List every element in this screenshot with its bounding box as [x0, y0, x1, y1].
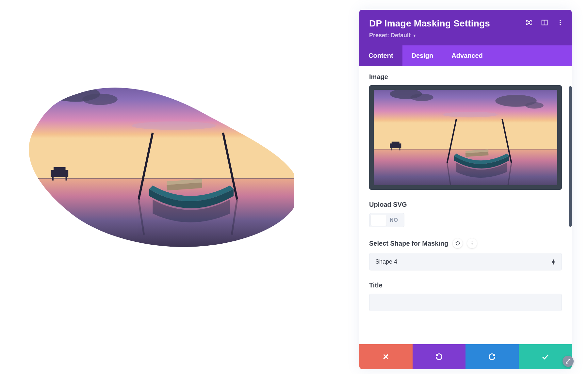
undo-button[interactable]: [413, 344, 466, 369]
masked-image-preview: [26, 49, 294, 278]
shape-select-value: Shape 4: [375, 258, 397, 265]
svg-point-26: [472, 244, 473, 245]
panel-tabs: Content Design Advanced: [359, 45, 572, 66]
select-shape-label: Select Shape for Masking: [369, 240, 448, 247]
layout-icon[interactable]: [541, 19, 548, 26]
svg-point-22: [560, 22, 561, 23]
svg-point-24: [472, 241, 473, 242]
tab-advanced[interactable]: Advanced: [442, 45, 492, 66]
image-upload-preview[interactable]: [369, 85, 562, 190]
expand-icon[interactable]: [525, 19, 532, 26]
scrollbar-thumb[interactable]: [569, 86, 572, 227]
svg-point-21: [560, 20, 561, 21]
resize-handle[interactable]: [563, 356, 574, 367]
svg-rect-18: [528, 22, 530, 24]
redo-button[interactable]: [466, 344, 519, 369]
svg-point-25: [472, 243, 473, 244]
svg-line-29: [566, 359, 570, 363]
shape-select[interactable]: Shape 4 ▲▼: [369, 253, 562, 270]
toggle-knob: [371, 215, 386, 226]
title-input[interactable]: [369, 294, 562, 311]
image-field-label: Image: [369, 73, 562, 81]
cancel-button[interactable]: [359, 344, 413, 369]
caret-down-icon: ▼: [413, 33, 416, 38]
svg-point-23: [560, 24, 561, 25]
settings-panel: DP Image Masking Settings Preset: Defaul…: [359, 10, 572, 369]
panel-body: Image Upload SVG NO Select Shape for Mas…: [359, 66, 572, 344]
preset-label: Preset: Default: [369, 32, 411, 39]
select-chevrons-icon: ▲▼: [551, 259, 556, 264]
panel-header: DP Image Masking Settings Preset: Defaul…: [359, 10, 572, 45]
reset-icon[interactable]: [453, 238, 463, 248]
more-icon[interactable]: [557, 19, 564, 26]
preset-selector[interactable]: Preset: Default ▼: [369, 32, 416, 39]
title-field-label: Title: [369, 282, 562, 289]
panel-footer: [359, 344, 572, 369]
upload-svg-label: Upload SVG: [369, 201, 562, 208]
confirm-button[interactable]: [519, 344, 572, 369]
upload-svg-toggle[interactable]: NO: [369, 213, 404, 227]
tab-design[interactable]: Design: [402, 45, 443, 66]
more-options-icon[interactable]: [467, 238, 477, 248]
tab-content[interactable]: Content: [359, 45, 402, 66]
toggle-text: NO: [386, 217, 403, 223]
